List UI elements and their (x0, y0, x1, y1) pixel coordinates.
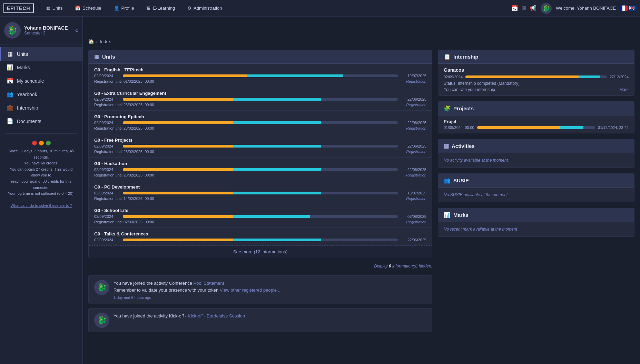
unit-progress-5 (123, 192, 398, 194)
unit-registration-1: Registration until 23/02/2025, 00:00 Reg… (94, 103, 426, 107)
sidebar-item-units[interactable]: ▦ Units (0, 47, 82, 61)
nav-profile-icon: 👤 (114, 6, 119, 11)
sidebar-item-internship[interactable]: 💼 Internship (0, 101, 82, 114)
unit-title-6: G0 - School Life (94, 208, 426, 213)
sidebar: 🐉 Yohann BONIFACE Semester 3 « ▦ Units 📊… (0, 17, 83, 364)
unit-reg-link-0[interactable]: Registration (406, 79, 426, 83)
unit-title-3: G0 - Free Projects (94, 138, 426, 143)
activities-panel: ▦ Activities No activity available at th… (438, 139, 634, 168)
internship-company: Ganacos (444, 67, 629, 73)
unit-dates-1: 02/09/2024 22/06/2025 (94, 97, 426, 101)
home-icon[interactable]: 🏠 (88, 39, 94, 44)
internship-rate-text: You can rate your internship (444, 87, 619, 92)
internship-panel-icon: 📋 (444, 53, 451, 60)
marks-panel-icon: 📊 (444, 212, 451, 218)
internship-progress-bar (465, 75, 607, 78)
unit-dates-0: 02/09/2024 19/07/2025 (94, 74, 426, 78)
sidebar-username: Yohann BONIFACE (24, 25, 68, 31)
status-credits-can: You can obtain 27 credits, This would al… (6, 166, 77, 179)
unit-dates-7: 02/09/2024 22/06/2025 (94, 238, 426, 242)
unit-yellow-7 (123, 239, 233, 241)
unit-title-2: G0 - Promoting Epitech (94, 114, 426, 119)
unit-registration-5: Registration until 14/02/2025, 00:00 Reg… (94, 196, 426, 201)
projects-panel-icon: 🧩 (444, 105, 451, 112)
sidebar-item-yearbook[interactable]: 👥 Yearbook (0, 88, 82, 101)
feed-avatar-1: 🐉 (94, 313, 109, 328)
nav-elearning[interactable]: 🖥 E-Learning (141, 3, 180, 13)
unit-dates-4: 02/09/2024 22/06/2025 (94, 168, 426, 172)
activities-panel-title: Activities (452, 143, 475, 149)
nav-items: ▦ Units 📅 Schedule 👤 Profile 🖥 E-Learnin… (41, 3, 511, 13)
project-progress-yellow (477, 126, 560, 129)
unit-reg-link-4[interactable]: Registration (406, 173, 426, 177)
nav-profile[interactable]: 👤 Profile (108, 3, 140, 13)
feed-link-1[interactable]: Kick-off - Bordelaise Session (188, 313, 245, 318)
sidebar-marks-label: Marks (17, 65, 30, 70)
unit-yellow-6 (123, 215, 233, 218)
alert-link[interactable]: What can I do to solve these alerts ? (11, 203, 72, 208)
see-more-button[interactable]: See more (12 informations) (89, 245, 432, 258)
unit-teal-4 (233, 168, 321, 171)
main-content: 🏠 › Index ▦ Units G0 - English - TEPitec… (83, 33, 640, 364)
internship-progress-teal (579, 75, 600, 78)
nav-units[interactable]: ▦ Units (41, 3, 68, 13)
right-panels: 📋 Internship Ganacos 02/09/2024 27/12/20… (438, 50, 634, 336)
unit-date-start-6: 02/09/2024 (94, 214, 120, 219)
sidebar-item-marks[interactable]: 📊 Marks (0, 61, 82, 74)
project-progress-bar (477, 126, 595, 129)
feed-link-0[interactable]: Pool Statement (194, 281, 224, 286)
flag-icons (620, 6, 637, 11)
unit-list-item: G0 - Hackathon 02/09/2024 22/06/2025 Reg… (89, 158, 432, 181)
unit-reg-link-3[interactable]: Registration (406, 150, 426, 154)
feed-avatar-0: 🐉 (94, 280, 109, 295)
display-hidden-text: Display 0 information(s) hidden. (88, 262, 432, 270)
internship-date-start: 02/09/2024 (444, 75, 463, 79)
nav-administration[interactable]: ⚙ Administration (182, 3, 227, 13)
sidebar-item-my-schedule[interactable]: 📅 My schedule (0, 74, 82, 88)
mail-icon[interactable]: ✉ (522, 5, 526, 11)
unit-date-end-1: 22/06/2025 (401, 97, 426, 101)
feed-content-1: You have joined the activity Kick-off - … (114, 313, 426, 328)
notification-icon[interactable]: 📢 (530, 5, 536, 11)
unit-reg-link-2[interactable]: Registration (406, 126, 426, 130)
unit-title-7: G0 - Talks & Conferences (94, 231, 426, 236)
unit-date-start-0: 02/09/2024 (94, 74, 120, 78)
unit-list-item: G0 - School Life 02/09/2024 03/08/2025 R… (89, 204, 432, 228)
unit-progress-7 (123, 239, 398, 241)
unit-reg-until-1: Registration until 23/02/2025, 00:00 (94, 103, 154, 107)
susie-empty: No SUSIE available at the moment (438, 188, 634, 202)
sidebar-divider (6, 133, 77, 134)
app-logo[interactable]: EPITECH (3, 3, 34, 13)
projects-panel: 🧩 Projects Projet 01/09/2024, 00:00 31/1… (438, 101, 634, 133)
feed-sublink-0[interactable]: View other registered people ... (220, 287, 282, 293)
unit-date-end-2: 22/06/2025 (401, 121, 426, 125)
project-item: Projet 01/09/2024, 00:00 31/12/2024, 23:… (438, 115, 634, 133)
nav-schedule[interactable]: 📅 Schedule (69, 3, 107, 13)
sidebar-semester: Semester 3 (24, 31, 68, 36)
unit-list-item: G0 - Free Projects 02/09/2024 22/06/2025… (89, 134, 432, 158)
unit-progress-2 (123, 121, 398, 124)
unit-dates-6: 02/09/2024 03/08/2025 (94, 214, 426, 219)
sidebar-schedule-label: My schedule (17, 78, 44, 84)
sidebar-collapse-button[interactable]: « (75, 27, 78, 33)
unit-reg-link-6[interactable]: Registration (406, 220, 426, 224)
calendar-icon[interactable]: 📅 (511, 5, 518, 11)
flag-fr[interactable] (620, 6, 628, 11)
internship-nav-icon: 💼 (7, 104, 13, 111)
avatar-dragon-icon: 🐉 (542, 4, 550, 12)
schedule-nav-icon: 📅 (7, 78, 13, 84)
unit-list-item: G0 - Talks & Conferences 02/09/2024 22/0… (89, 228, 432, 245)
unit-date-end-5: 13/07/2025 (401, 191, 426, 195)
internship-panel: 📋 Internship Ganacos 02/09/2024 27/12/20… (438, 50, 634, 96)
flag-en[interactable] (629, 6, 637, 11)
unit-progress-4 (123, 168, 398, 171)
unit-dates-3: 02/09/2024 22/06/2025 (94, 144, 426, 148)
project-dates: 01/09/2024, 00:00 31/12/2024, 23:42 (444, 125, 629, 130)
unit-reg-link-5[interactable]: Registration (406, 196, 426, 201)
sidebar-item-documents[interactable]: 📄 Documents (0, 114, 82, 128)
unit-date-start-7: 02/09/2024 (94, 238, 120, 242)
documents-nav-icon: 📄 (7, 118, 13, 124)
unit-reg-link-1[interactable]: Registration (406, 103, 426, 107)
welcome-text: Welcome, Yohann BONIFACE (556, 6, 616, 11)
mark-link[interactable]: Mark (619, 87, 629, 92)
